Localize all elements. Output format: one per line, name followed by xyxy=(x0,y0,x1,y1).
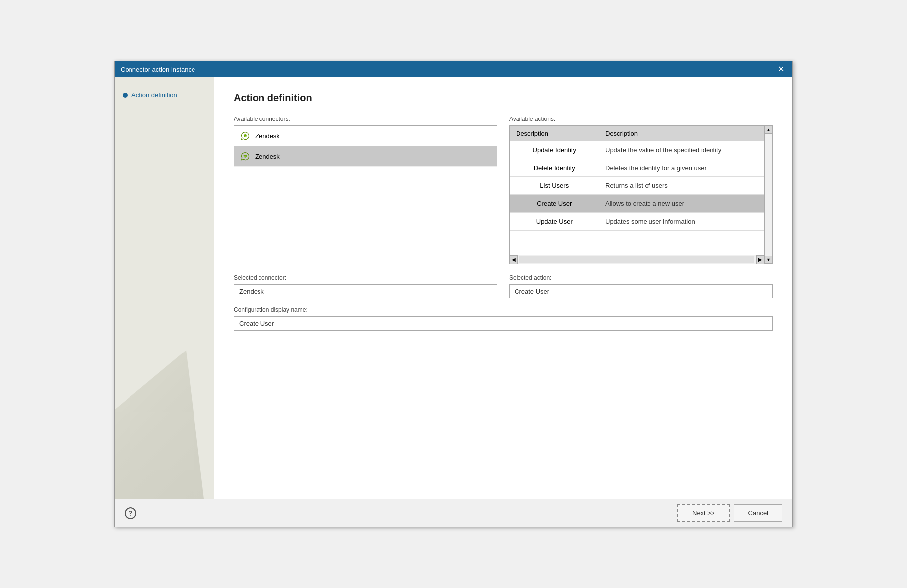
available-connectors-label: Available connectors: xyxy=(234,116,497,122)
action-name-cell: List Users xyxy=(510,177,599,195)
action-desc-cell: Returns a list of users xyxy=(599,177,764,195)
config-display-name-label: Configuration display name: xyxy=(234,306,773,313)
config-display-name-input[interactable] xyxy=(234,316,773,331)
dialog-window: Connector action instance ✕ Action defin… xyxy=(114,61,793,527)
actions-table-inner[interactable]: Description Description Update Identity … xyxy=(510,126,764,255)
help-button[interactable]: ? xyxy=(125,507,136,519)
sidebar: Action definition xyxy=(115,77,214,499)
close-button[interactable]: ✕ xyxy=(776,65,786,73)
next-button[interactable]: Next >> xyxy=(677,504,730,522)
action-desc-cell: Updates some user information xyxy=(599,213,764,231)
sidebar-item-action-definition[interactable]: Action definition xyxy=(115,87,214,103)
connector-name-2: Zendesk xyxy=(255,153,280,160)
action-desc-cell: Update the value of the specified identi… xyxy=(599,141,764,159)
action-name-cell: Create User xyxy=(510,195,599,213)
available-actions-label: Available actions: xyxy=(509,116,773,122)
connectors-actions-section: Available connectors: Zendesk xyxy=(234,116,773,264)
scroll-track-v xyxy=(765,134,772,256)
scroll-right-btn[interactable]: ▶ xyxy=(756,255,764,264)
main-panel: Action definition Available connectors: xyxy=(214,77,792,499)
title-bar: Connector action instance ✕ xyxy=(115,61,792,77)
action-row[interactable]: Delete Identity Deletes the identity for… xyxy=(510,159,764,177)
action-row[interactable]: List Users Returns a list of users xyxy=(510,177,764,195)
selected-connector-group: Selected connector: xyxy=(234,274,497,298)
zendesk-icon-1 xyxy=(240,131,250,141)
actions-table: Description Description Update Identity … xyxy=(510,126,764,231)
cancel-button[interactable]: Cancel xyxy=(734,504,782,522)
connectors-col: Available connectors: Zendesk xyxy=(234,116,497,264)
vertical-scrollbar[interactable]: ▲ ▼ xyxy=(764,126,772,264)
actions-table-container: Description Description Update Identity … xyxy=(509,125,773,264)
scroll-down-btn[interactable]: ▼ xyxy=(765,256,772,264)
selected-action-label: Selected action: xyxy=(509,274,773,281)
connector-list[interactable]: Zendesk Zendesk xyxy=(234,125,497,264)
footer-buttons: Next >> Cancel xyxy=(677,504,782,522)
col-header-name: Description xyxy=(510,126,599,141)
selected-action-input[interactable] xyxy=(509,284,773,298)
action-desc-cell: Deletes the identity for a given user xyxy=(599,159,764,177)
action-name-cell: Delete Identity xyxy=(510,159,599,177)
window-title: Connector action instance xyxy=(121,66,195,73)
zendesk-icon-2 xyxy=(240,151,250,161)
col-header-desc: Description xyxy=(599,126,764,141)
selected-connector-label: Selected connector: xyxy=(234,274,497,281)
action-row[interactable]: Update User Updates some user informatio… xyxy=(510,213,764,231)
actions-col: Available actions: Description Descripti… xyxy=(509,116,773,264)
page-title: Action definition xyxy=(234,92,773,104)
connector-item-1[interactable]: Zendesk xyxy=(234,126,497,146)
actions-scroll-content: Description Description Update Identity … xyxy=(510,126,764,264)
scrollbar-track xyxy=(519,256,754,263)
selected-row: Selected connector: Selected action: xyxy=(234,274,773,298)
scroll-left-btn[interactable]: ◀ xyxy=(510,255,518,264)
footer: ? Next >> Cancel xyxy=(115,499,792,527)
sidebar-dot-icon xyxy=(123,93,128,98)
config-name-group: Configuration display name: xyxy=(234,306,773,331)
action-row[interactable]: Update Identity Update the value of the … xyxy=(510,141,764,159)
selected-connector-input[interactable] xyxy=(234,284,497,298)
connector-item-2[interactable]: Zendesk xyxy=(234,146,497,167)
action-row[interactable]: Create User Allows to create a new user xyxy=(510,195,764,213)
action-name-cell: Update Identity xyxy=(510,141,599,159)
action-name-cell: Update User xyxy=(510,213,599,231)
action-desc-cell: Allows to create a new user xyxy=(599,195,764,213)
horizontal-scrollbar[interactable]: ◀ ▶ xyxy=(510,255,764,264)
scroll-up-btn[interactable]: ▲ xyxy=(765,126,772,134)
connector-name-1: Zendesk xyxy=(255,132,280,140)
sidebar-item-label: Action definition xyxy=(131,91,177,99)
sidebar-decoration xyxy=(115,350,204,499)
content-area: Action definition Action definition Avai… xyxy=(115,77,792,499)
selected-action-group: Selected action: xyxy=(509,274,773,298)
